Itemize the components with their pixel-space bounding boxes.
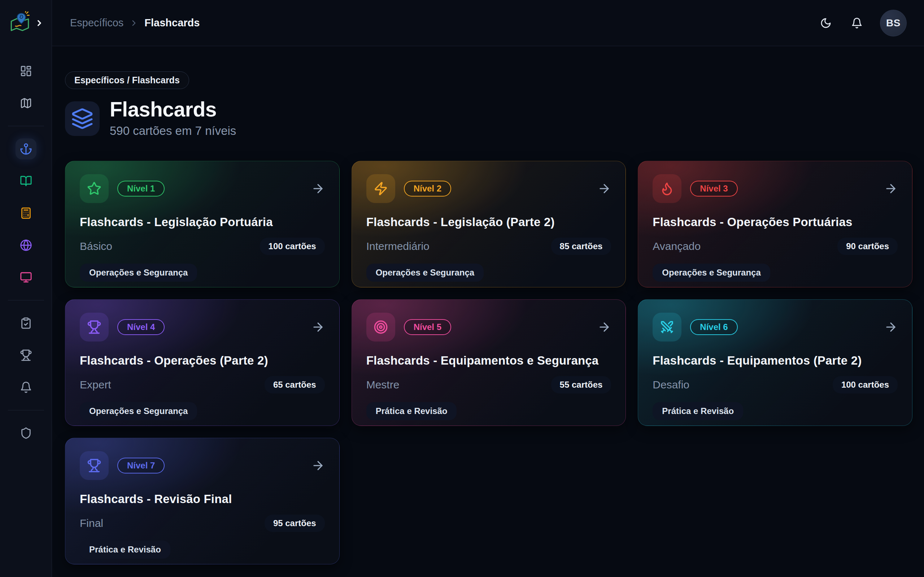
brand-area [0, 0, 52, 46]
sidebar-item-monitor[interactable] [16, 267, 36, 288]
breadcrumb: Específicos Flashcards [70, 17, 200, 29]
flashcard-level-7-card[interactable]: Nível 7 Flashcards - Revisão Final Final… [65, 438, 340, 564]
app-window: Específicos Flashcards BS Específicos / … [0, 0, 924, 577]
sidebar-item-anchor[interactable] [16, 139, 36, 160]
sidebar-item-globe[interactable] [16, 235, 36, 256]
card-title: Flashcards - Equipamentos (Parte 2) [653, 354, 898, 367]
difficulty-label: Mestre [366, 379, 399, 391]
category-tag: Prática e Revisão [366, 402, 457, 420]
topbar: Específicos Flashcards BS [52, 0, 924, 46]
category-tag: Operações e Segurança [653, 264, 770, 282]
shield-icon [20, 427, 32, 439]
flashcard-level-4-card[interactable]: Nível 4 Flashcards - Operações (Parte 2)… [65, 299, 340, 426]
globe-icon [20, 239, 32, 251]
monitor-icon [20, 271, 32, 284]
swords-icon [653, 313, 682, 342]
difficulty-label: Expert [80, 379, 111, 391]
card-title: Flashcards - Revisão Final [80, 492, 325, 506]
arrow-right-icon[interactable] [597, 320, 611, 334]
level-badge: Nível 7 [117, 458, 165, 474]
category-tag: Operações e Segurança [80, 402, 197, 420]
level-badge: Nível 4 [117, 319, 165, 335]
level-badge: Nível 6 [690, 319, 737, 335]
card-title: Flashcards - Legislação (Parte 2) [366, 215, 611, 229]
arrow-right-icon[interactable] [311, 459, 325, 472]
avatar[interactable]: BS [880, 10, 907, 36]
category-tag: Prática e Revisão [80, 541, 170, 559]
topbar-actions: BS [818, 10, 907, 36]
target-icon [366, 313, 395, 342]
sidebar-divider [8, 126, 44, 126]
level-badge: Nível 5 [404, 319, 451, 335]
card-header: Nível 3 [653, 174, 898, 203]
card-meta: Final 95 cartões [80, 515, 325, 532]
card-header: Nível 1 [80, 174, 325, 203]
difficulty-label: Avançado [653, 240, 701, 253]
sidebar-item-clipboard-check[interactable] [16, 313, 36, 334]
card-meta: Básico 100 cartões [80, 238, 325, 255]
bell-icon [20, 381, 32, 393]
flashcard-level-3-card[interactable]: Nível 3 Flashcards - Operações Portuária… [638, 161, 913, 287]
moon-icon [820, 17, 832, 29]
sidebar-item-trophy[interactable] [16, 345, 36, 366]
flashcard-level-5-card[interactable]: Nível 5 Flashcards - Equipamentos e Segu… [352, 299, 626, 426]
card-count-badge: 65 cartões [265, 376, 325, 393]
card-title: Flashcards - Operações (Parte 2) [80, 354, 325, 367]
zap-icon [366, 174, 395, 203]
level-badge: Nível 2 [404, 181, 451, 197]
difficulty-label: Desafio [653, 379, 690, 391]
map-icon [20, 97, 32, 109]
card-count-badge: 90 cartões [837, 238, 898, 255]
card-count-badge: 100 cartões [833, 376, 898, 393]
card-header: Nível 2 [366, 174, 611, 203]
calculator-icon [20, 207, 32, 219]
page-subtitle: 590 cartões em 7 níveis [110, 124, 236, 138]
difficulty-label: Final [80, 517, 103, 529]
chevron-right-icon [35, 18, 44, 28]
arrow-right-icon[interactable] [311, 182, 325, 195]
notifications-button[interactable] [849, 15, 865, 31]
flashcard-level-1-card[interactable]: Nível 1 Flashcards - Legislação Portuári… [65, 161, 340, 287]
sidebar-item-bell[interactable] [16, 377, 36, 398]
book-open-icon [20, 175, 32, 187]
sidebar-item-calculator[interactable] [16, 203, 36, 224]
breadcrumb-badge: Específicos / Flashcards [65, 71, 189, 89]
sidebar-divider [8, 410, 44, 410]
card-meta: Avançado 90 cartões [653, 238, 898, 255]
theme-toggle-button[interactable] [818, 15, 834, 31]
card-header: Nível 5 [366, 313, 611, 342]
sidebar-item-shield[interactable] [16, 423, 36, 443]
arrow-right-icon[interactable] [311, 320, 325, 334]
arrow-right-icon[interactable] [884, 320, 898, 334]
sidebar-item-layout-dashboard[interactable] [16, 61, 36, 82]
breadcrumb-parent[interactable]: Específicos [70, 17, 123, 29]
trophy-icon [80, 313, 109, 342]
sidebar-item-map[interactable] [16, 93, 36, 114]
card-meta: Intermediário 85 cartões [366, 238, 611, 255]
sidebar-expand-button[interactable] [35, 18, 44, 28]
arrow-right-icon[interactable] [884, 182, 898, 195]
star-icon [80, 174, 109, 203]
category-tag: Operações e Segurança [366, 264, 484, 282]
map-pin-logo-icon [8, 11, 32, 35]
layers-icon [71, 108, 94, 130]
card-title: Flashcards - Operações Portuárias [653, 215, 898, 229]
category-tag: Operações e Segurança [80, 264, 197, 282]
card-header: Nível 7 [80, 451, 325, 480]
card-count-badge: 85 cartões [551, 238, 611, 255]
level-badge: Nível 3 [690, 181, 737, 197]
trophy-icon [20, 349, 32, 361]
difficulty-label: Intermediário [366, 240, 430, 253]
page-content: Específicos / Flashcards Flashcards 590 … [52, 46, 924, 577]
main-area: Específicos Flashcards BS Específicos / … [52, 0, 924, 577]
sidebar-divider [8, 300, 44, 300]
flashcard-level-6-card[interactable]: Nível 6 Flashcards - Equipamentos (Parte… [638, 299, 913, 426]
arrow-right-icon[interactable] [597, 182, 611, 195]
sidebar [0, 0, 52, 577]
sidebar-item-book-open[interactable] [16, 171, 36, 192]
card-header: Nível 4 [80, 313, 325, 342]
card-title: Flashcards - Equipamentos e Segurança [366, 354, 611, 367]
flashcard-level-2-card[interactable]: Nível 2 Flashcards - Legislação (Parte 2… [352, 161, 626, 287]
card-meta: Mestre 55 cartões [366, 376, 611, 393]
card-title: Flashcards - Legislação Portuária [80, 215, 325, 229]
